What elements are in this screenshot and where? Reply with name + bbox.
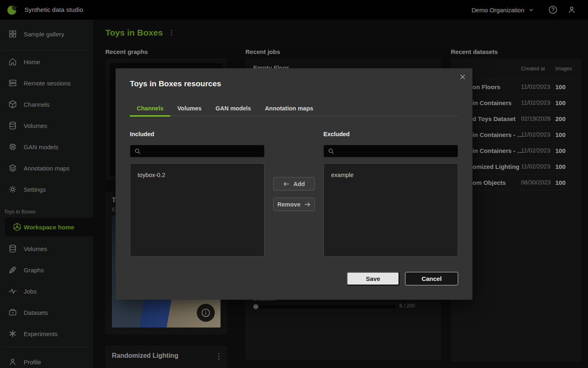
tab-channels[interactable]: Channels — [130, 101, 170, 117]
modal-tabs: Channels Volumes GAN models Annotation m… — [130, 101, 458, 116]
add-button[interactable]: Add — [273, 177, 315, 191]
included-search — [130, 145, 265, 157]
list-item[interactable]: toybox-0.2 — [130, 164, 264, 182]
close-icon[interactable] — [459, 74, 466, 80]
excluded-search-input[interactable] — [337, 145, 455, 157]
remove-button[interactable]: Remove — [273, 197, 315, 211]
save-button[interactable]: Save — [347, 272, 399, 285]
add-button-label: Add — [293, 181, 305, 187]
arrow-right-icon — [304, 202, 311, 207]
tab-annotation-maps[interactable]: Annotation maps — [258, 101, 320, 117]
excluded-search — [323, 145, 458, 157]
arrow-left-icon — [283, 182, 290, 186]
included-search-input[interactable] — [143, 145, 262, 157]
search-icon — [328, 148, 334, 155]
modal-title: Toys in Boxes resources — [130, 79, 221, 88]
app-root: Synthetic data studio Demo Organization — [0, 0, 588, 368]
tab-gan-models[interactable]: GAN models — [209, 101, 258, 117]
cancel-button[interactable]: Cancel — [405, 272, 458, 285]
resources-modal: Toys in Boxes resources Channels Volumes… — [116, 68, 472, 300]
excluded-list: example — [323, 163, 458, 257]
excluded-label: Excluded — [323, 131, 350, 137]
list-item[interactable]: example — [324, 164, 458, 182]
included-label: Included — [130, 131, 154, 137]
remove-button-label: Remove — [277, 201, 300, 208]
search-icon — [134, 148, 141, 155]
included-list: toybox-0.2 — [130, 163, 265, 257]
tab-volumes[interactable]: Volumes — [170, 101, 208, 117]
